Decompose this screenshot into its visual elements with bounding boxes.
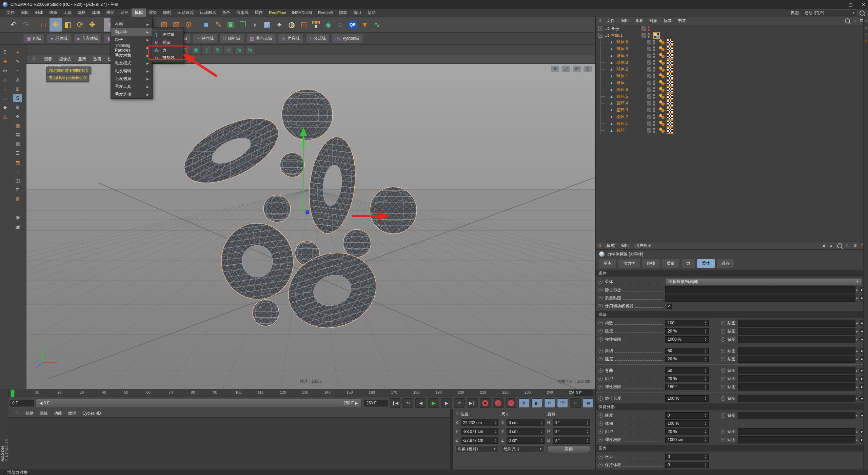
menu-流水线[interactable]: 流水线 [233,8,252,17]
dropdown-柔体[interactable]: 由多边形/线构成▼ [665,278,862,285]
numfield-弹性极限[interactable]: 1000 cm▴▾ [665,437,709,443]
animate-dot-icon[interactable] [721,357,725,361]
animate-dot-icon[interactable] [598,357,603,361]
object-name[interactable]: 圆环.2 [616,114,643,120]
object-row-圆环.3[interactable]: ▲圆环.3 [596,107,868,113]
field-sphere[interactable]: ●球体域 [47,34,71,43]
object-row-球体[interactable]: ▲球体 [596,79,868,86]
object-row-圆环.4[interactable]: ▲圆环.4 [596,100,868,107]
object-name[interactable]: 球体.3 [616,60,643,65]
dock-tool-b8[interactable]: ▦ [13,121,22,130]
om-filter-icon[interactable]: ◇ [853,18,856,23]
light[interactable]: ◍ [285,18,298,32]
animate-dot-icon[interactable] [598,385,603,389]
key-interpolation-button[interactable]: ▤ [583,398,594,408]
object-name[interactable]: 圆环 [616,128,643,133]
material-menu-Cycles 4D[interactable]: Cycles 4D [79,410,104,417]
dynamics-body-tag-icon[interactable] [659,80,665,86]
xpresso-tag[interactable]: ◈ [322,18,334,32]
key-scale-toggle[interactable]: ◧ [531,398,542,408]
visibility-dots[interactable] [653,60,656,65]
dock-tool-b14[interactable]: ◫ [13,176,22,185]
phong-tag-icon[interactable] [667,100,673,106]
animate-dot-icon[interactable] [598,288,603,292]
menu-Redshift[interactable]: Redshift [315,9,336,17]
field-formula[interactable]: ƒ公式域 [305,34,330,43]
visibility-dots[interactable] [653,74,656,78]
dock-tool-b10[interactable]: ▧ [13,140,22,148]
frame-range-slider[interactable]: ◀ 0 F250 F ▶ [36,399,362,407]
phong-tag-icon[interactable] [667,114,673,119]
animate-dot-icon[interactable] [598,296,603,300]
map-linkfield[interactable] [738,328,855,335]
close-button[interactable]: ✕ [862,2,865,7]
rotate-tool[interactable]: ⟳ [74,18,86,32]
menu-角色[interactable]: 角色 [219,8,233,17]
om-menu-查看[interactable]: 查看 [632,17,646,25]
object-row-球体.5[interactable]: ▲球体.5 [596,45,868,52]
tab-缓存[interactable]: 缓存 [716,259,735,268]
object-row-圆环[interactable]: ▲圆环 [596,127,868,134]
link-arrow-icon[interactable]: ▸ [856,377,858,381]
object-row-备份[interactable]: +∟0备份 [596,25,868,32]
field-sound[interactable]: ∿声音域 [278,34,303,43]
map-linkfield[interactable] [738,336,855,343]
object-name[interactable]: 空白.1 [611,33,637,38]
dock-tool-a5[interactable]: ▱ [1,94,9,102]
am-header-icon-0[interactable]: ◀ [822,243,825,248]
object-name[interactable]: 球体.2 [616,66,643,72]
visibility-dots[interactable] [648,26,650,31]
object-name[interactable]: 圆环.6 [616,87,643,93]
menu-工具[interactable]: 工具 [60,8,75,17]
animate-dot-icon[interactable] [598,438,603,442]
field-python[interactable]: PyPython域 [332,34,363,43]
dynamics-body-tag-icon[interactable] [659,66,665,72]
om-menu-书签[interactable]: 书签 [675,17,689,25]
map-linkfield[interactable] [738,412,855,419]
menu-帮助[interactable]: 帮助 [364,8,379,17]
link-arrow-icon[interactable]: ▸ [856,430,858,434]
map-linkfield[interactable] [738,436,855,443]
menu-编辑[interactable]: 编辑 [18,8,32,17]
viewport-menu-查看[interactable]: 查看 [41,55,55,63]
edge-tab-icon[interactable]: ▪ [865,33,866,36]
menu-item-动力学[interactable]: 动力学▶ [111,28,152,36]
dynamics-body-tag-icon[interactable] [659,39,665,45]
phong-tag-icon[interactable] [667,80,673,86]
animate-dot-icon[interactable] [721,321,725,325]
am-menu-用户数据[interactable]: 用户数据 [632,242,654,250]
phong-tag-icon[interactable] [667,121,673,126]
phong-tag-icon[interactable] [667,53,673,58]
material-sphere[interactable]: ◌ [334,18,347,32]
numfield-保持体积[interactable]: 0▴▾ [665,462,709,468]
map-linkfield[interactable] [738,375,855,382]
checkbox-使用精确解析器[interactable]: ✓ [667,304,672,309]
layer-icon[interactable] [647,128,651,133]
menu-文件[interactable]: 文件 [3,8,18,17]
dock-tool-a3[interactable]: ◇ [1,76,9,84]
coord-field-位置-Z[interactable]: -27.877 cm▴▾ [461,437,498,444]
animate-dot-icon[interactable] [721,385,725,389]
move-tool[interactable]: ✥ [50,18,62,32]
visibility-dots[interactable] [653,53,656,58]
visibility-dots[interactable] [653,94,656,99]
edge-collapse-icon[interactable]: ◂ [865,19,867,22]
tab-质量[interactable]: 质量 [662,259,680,268]
animate-dot-icon[interactable] [598,349,603,353]
map-linkfield[interactable] [738,356,855,363]
viewport-menu-摄像机[interactable]: 摄像机 [56,55,74,63]
dock-tool-b15[interactable]: ⊡ [13,186,22,194]
field-radial[interactable]: ◔径向域 [193,34,217,43]
array-generator[interactable]: ❒ [237,18,249,32]
qr-plugin[interactable]: QR [347,18,359,32]
coords-select-绝对尺寸[interactable]: 绝对尺寸▼ [501,445,544,452]
layer-icon[interactable] [647,54,651,58]
phong-tag-icon[interactable] [667,73,673,79]
field-shader[interactable]: ▨着色器域 [246,34,276,43]
layer-icon[interactable] [647,67,651,72]
object-row-圆环.6[interactable]: ▲圆环.6 [596,86,868,93]
undo-button[interactable]: ↶ [7,18,20,32]
om-add-icon[interactable]: ⊞ [860,18,863,23]
object-name[interactable]: 球体 [616,80,643,86]
camera[interactable]: ⌖ [273,18,285,32]
